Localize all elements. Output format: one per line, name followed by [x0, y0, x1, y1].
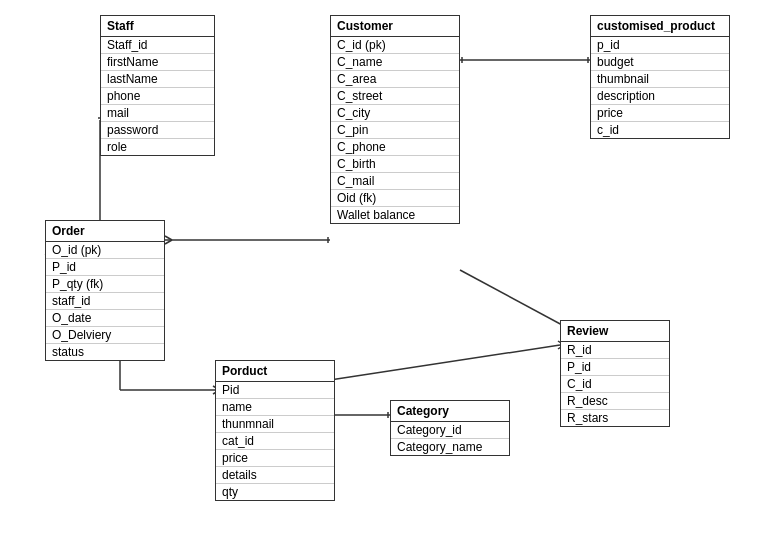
svg-line-5 [165, 240, 172, 244]
diagram-container: Staff Staff_id firstName lastName phone … [0, 0, 768, 540]
entity-category-title: Category [391, 401, 509, 422]
field-customer-ccity: C_city [331, 105, 459, 122]
field-product-name: name [216, 399, 334, 416]
field-review-pid: P_id [561, 359, 669, 376]
svg-line-18 [330, 345, 560, 380]
field-staff-mail: mail [101, 105, 214, 122]
field-order-status: status [46, 344, 164, 360]
entity-order: Order O_id (pk) P_id P_qty (fk) staff_id… [45, 220, 165, 361]
field-customer-wallet: Wallet balance [331, 207, 459, 223]
field-customer-cbirth: C_birth [331, 156, 459, 173]
field-customer-carea: C_area [331, 71, 459, 88]
field-customer-cid: C_id (pk) [331, 37, 459, 54]
field-category-id: Category_id [391, 422, 509, 439]
field-staff-firstname: firstName [101, 54, 214, 71]
entity-customer-title: Customer [331, 16, 459, 37]
entity-customer: Customer C_id (pk) C_name C_area C_stree… [330, 15, 460, 224]
entity-category: Category Category_id Category_name [390, 400, 510, 456]
entity-product-title: Porduct [216, 361, 334, 382]
entity-customised-product: customised_product p_id budget thumbnail… [590, 15, 730, 139]
field-category-name: Category_name [391, 439, 509, 455]
field-staff-role: role [101, 139, 214, 155]
field-staff-password: password [101, 122, 214, 139]
field-product-qty: qty [216, 484, 334, 500]
field-order-odate: O_date [46, 310, 164, 327]
entity-customised-product-title: customised_product [591, 16, 729, 37]
field-order-oid: O_id (pk) [46, 242, 164, 259]
entity-order-title: Order [46, 221, 164, 242]
entity-staff-title: Staff [101, 16, 214, 37]
field-cp-pid: p_id [591, 37, 729, 54]
svg-line-4 [165, 236, 172, 240]
field-product-price: price [216, 450, 334, 467]
field-customer-cmail: C_mail [331, 173, 459, 190]
field-staff-lastname: lastName [101, 71, 214, 88]
field-customer-cname: C_name [331, 54, 459, 71]
field-customer-oid: Oid (fk) [331, 190, 459, 207]
entity-product: Porduct Pid name thunmnail cat_id price … [215, 360, 335, 501]
entity-staff: Staff Staff_id firstName lastName phone … [100, 15, 215, 156]
field-cp-price: price [591, 105, 729, 122]
field-customer-cstreet: C_street [331, 88, 459, 105]
field-customer-cphone: C_phone [331, 139, 459, 156]
field-cp-thumbnail: thumbnail [591, 71, 729, 88]
field-cp-budget: budget [591, 54, 729, 71]
entity-review-title: Review [561, 321, 669, 342]
field-product-catid: cat_id [216, 433, 334, 450]
field-order-pqty: P_qty (fk) [46, 276, 164, 293]
field-customer-cpin: C_pin [331, 122, 459, 139]
field-review-rid: R_id [561, 342, 669, 359]
field-product-details: details [216, 467, 334, 484]
field-review-rdesc: R_desc [561, 393, 669, 410]
field-review-cid: C_id [561, 376, 669, 393]
field-product-pid: Pid [216, 382, 334, 399]
field-order-staffid: staff_id [46, 293, 164, 310]
field-cp-cid: c_id [591, 122, 729, 138]
field-review-rstars: R_stars [561, 410, 669, 426]
entity-review: Review R_id P_id C_id R_desc R_stars [560, 320, 670, 427]
field-staff-phone: phone [101, 88, 214, 105]
field-order-odelivery: O_Delviery [46, 327, 164, 344]
field-cp-description: description [591, 88, 729, 105]
field-order-pid: P_id [46, 259, 164, 276]
field-staff-id: Staff_id [101, 37, 214, 54]
field-product-thumbnail: thunmnail [216, 416, 334, 433]
